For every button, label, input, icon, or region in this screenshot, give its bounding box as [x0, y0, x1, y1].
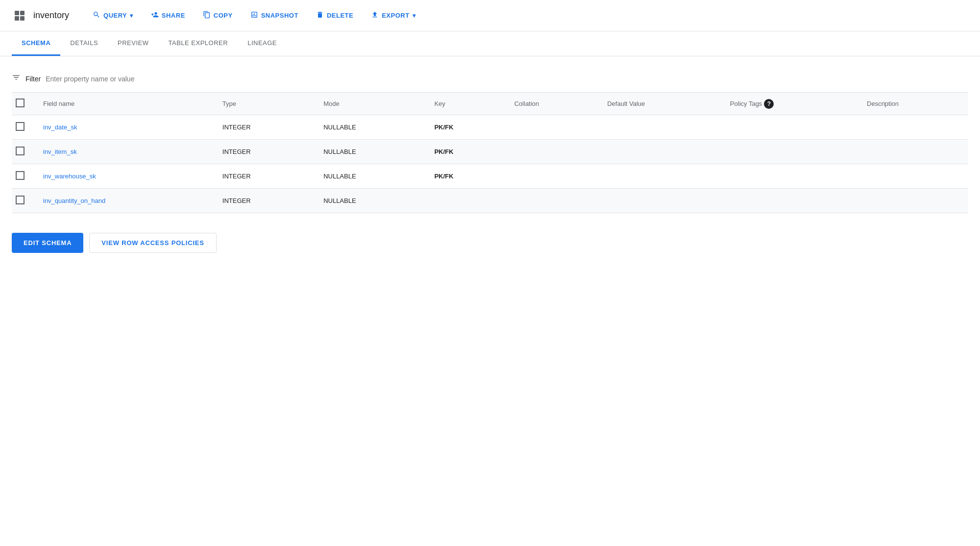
field-link-inv-warehouse-sk[interactable]: inv_warehouse_sk — [43, 173, 96, 180]
row-4-checkbox[interactable] — [16, 196, 24, 204]
search-icon — [93, 11, 100, 20]
svg-rect-1 — [20, 11, 24, 15]
field-link-inv-item-sk[interactable]: inv_item_sk — [43, 148, 77, 155]
row-3-field-name: inv_warehouse_sk — [35, 164, 215, 189]
row-checkbox-cell — [12, 140, 35, 164]
col-header-policy-tags: Policy Tags ? — [722, 93, 859, 115]
share-label: SHARE — [162, 12, 185, 19]
col-header-field-name: Field name — [35, 93, 215, 115]
header-checkbox[interactable] — [16, 99, 24, 107]
policy-tags-help-icon[interactable]: ? — [764, 99, 774, 109]
row-2-default-value — [599, 140, 722, 164]
copy-label: COPY — [214, 12, 233, 19]
table-row: inv_warehouse_sk INTEGER NULLABLE PK/FK — [12, 164, 968, 189]
row-2-collation — [506, 140, 599, 164]
row-4-key — [426, 189, 506, 213]
col-header-default-value: Default Value — [599, 93, 722, 115]
table-row: inv_quantity_on_hand INTEGER NULLABLE — [12, 189, 968, 213]
row-4-mode: NULLABLE — [316, 189, 426, 213]
tab-lineage[interactable]: LINEAGE — [238, 31, 287, 56]
row-3-key: PK/FK — [426, 164, 506, 189]
row-1-policy-tags — [722, 115, 859, 140]
snapshot-icon — [250, 11, 258, 20]
field-link-inv-date-sk[interactable]: inv_date_sk — [43, 124, 77, 131]
row-3-collation — [506, 164, 599, 189]
person-add-icon — [151, 11, 159, 20]
col-header-type: Type — [215, 93, 316, 115]
row-1-mode: NULLABLE — [316, 115, 426, 140]
tab-preview[interactable]: PREVIEW — [108, 31, 158, 56]
tab-schema[interactable]: SCHEMA — [12, 31, 60, 56]
export-button[interactable]: EXPORT ▾ — [363, 7, 423, 24]
delete-label: DELETE — [327, 12, 353, 19]
col-header-checkbox — [12, 93, 35, 115]
tab-table-explorer[interactable]: TABLE EXPLORER — [159, 31, 238, 56]
filter-bar: Filter — [12, 68, 968, 92]
query-chevron: ▾ — [130, 12, 133, 19]
row-2-key: PK/FK — [426, 140, 506, 164]
row-3-mode: NULLABLE — [316, 164, 426, 189]
row-2-checkbox[interactable] — [16, 147, 24, 155]
copy-button[interactable]: COPY — [195, 7, 241, 24]
filter-input[interactable] — [46, 75, 968, 83]
row-checkbox-cell — [12, 164, 35, 189]
col-header-key: Key — [426, 93, 506, 115]
filter-icon — [12, 73, 21, 84]
header: inventory QUERY ▾ SHARE — [0, 0, 980, 31]
row-checkbox-cell — [12, 189, 35, 213]
row-2-description — [859, 140, 968, 164]
table-row: inv_item_sk INTEGER NULLABLE PK/FK — [12, 140, 968, 164]
delete-button[interactable]: DELETE — [308, 7, 361, 24]
svg-rect-0 — [15, 11, 19, 15]
col-header-collation: Collation — [506, 93, 599, 115]
row-3-policy-tags — [722, 164, 859, 189]
svg-rect-2 — [15, 16, 19, 21]
row-checkbox-cell — [12, 115, 35, 140]
view-row-access-button[interactable]: VIEW ROW ACCESS POLICIES — [89, 233, 216, 253]
query-button[interactable]: QUERY ▾ — [85, 7, 141, 24]
row-3-description — [859, 164, 968, 189]
edit-schema-button[interactable]: EDIT SCHEMA — [12, 233, 83, 253]
row-2-mode: NULLABLE — [316, 140, 426, 164]
table-icon — [12, 8, 27, 24]
field-link-inv-quantity-on-hand[interactable]: inv_quantity_on_hand — [43, 197, 105, 204]
bottom-actions: EDIT SCHEMA VIEW ROW ACCESS POLICIES — [12, 233, 968, 273]
table-header-row: Field name Type Mode Key Collation Defau… — [12, 93, 968, 115]
row-4-field-name: inv_quantity_on_hand — [35, 189, 215, 213]
row-1-key: PK/FK — [426, 115, 506, 140]
row-2-policy-tags — [722, 140, 859, 164]
export-chevron: ▾ — [413, 12, 416, 19]
copy-icon — [203, 11, 211, 20]
row-1-checkbox[interactable] — [16, 122, 24, 131]
tabs-bar: SCHEMA DETAILS PREVIEW TABLE EXPLORER LI… — [0, 31, 980, 56]
row-3-type: INTEGER — [215, 164, 316, 189]
row-3-checkbox[interactable] — [16, 171, 24, 180]
share-button[interactable]: SHARE — [143, 7, 193, 24]
svg-rect-3 — [20, 16, 24, 21]
row-4-type: INTEGER — [215, 189, 316, 213]
row-4-description — [859, 189, 968, 213]
filter-label: Filter — [25, 75, 41, 83]
export-icon — [371, 11, 379, 20]
row-1-default-value — [599, 115, 722, 140]
row-4-collation — [506, 189, 599, 213]
row-4-default-value — [599, 189, 722, 213]
snapshot-label: SNAPSHOT — [261, 12, 298, 19]
tab-details[interactable]: DETAILS — [60, 31, 108, 56]
schema-table: Field name Type Mode Key Collation Defau… — [12, 92, 968, 213]
row-1-field-name: inv_date_sk — [35, 115, 215, 140]
query-label: QUERY — [103, 12, 127, 19]
content-area: Filter Field name Type Mode Key Collatio… — [0, 56, 980, 284]
col-header-mode: Mode — [316, 93, 426, 115]
col-header-description: Description — [859, 93, 968, 115]
row-2-type: INTEGER — [215, 140, 316, 164]
delete-icon — [316, 11, 324, 20]
row-4-policy-tags — [722, 189, 859, 213]
row-1-collation — [506, 115, 599, 140]
snapshot-button[interactable]: SNAPSHOT — [243, 7, 306, 24]
row-1-description — [859, 115, 968, 140]
row-2-field-name: inv_item_sk — [35, 140, 215, 164]
header-actions: QUERY ▾ SHARE COPY — [85, 7, 423, 24]
page-title: inventory — [33, 10, 69, 21]
row-1-type: INTEGER — [215, 115, 316, 140]
